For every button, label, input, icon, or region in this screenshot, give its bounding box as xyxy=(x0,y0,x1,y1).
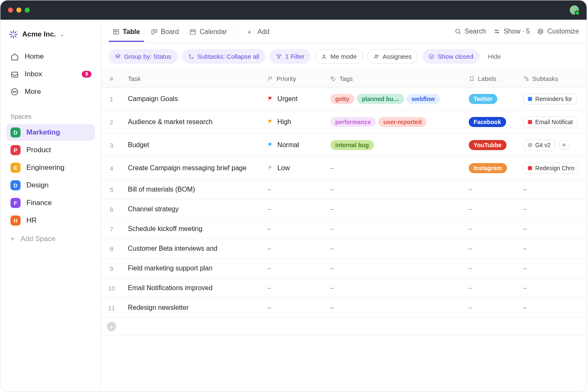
space-item-engineering[interactable]: EEngineering xyxy=(6,159,95,176)
me-mode-pill[interactable]: Me mode xyxy=(315,49,363,64)
add-subtask-button[interactable]: + xyxy=(559,140,569,150)
sliders-icon xyxy=(493,28,500,35)
close-window[interactable] xyxy=(8,8,13,13)
window-controls xyxy=(8,8,30,13)
nav-more[interactable]: More xyxy=(6,83,95,100)
space-item-hr[interactable]: HHR xyxy=(6,212,95,229)
table-row[interactable]: 7 Schedule kickoff meeting – – – – xyxy=(101,219,587,239)
add-task-button[interactable]: + xyxy=(107,322,116,331)
add-space-button[interactable]: + Add Space xyxy=(0,229,101,249)
add-view-button[interactable]: + Add xyxy=(243,21,273,42)
search-icon xyxy=(455,28,461,35)
table-row[interactable]: 8 Customer Beta interviews and – – – – xyxy=(101,239,587,259)
hide-filters-button[interactable]: Hide xyxy=(488,53,501,60)
svg-rect-12 xyxy=(114,29,119,34)
tag-chip[interactable]: internal bug xyxy=(330,140,374,150)
table-row[interactable]: 6 Channel strategy – – – – xyxy=(101,200,587,219)
board-icon xyxy=(151,29,158,35)
subtasks-pill[interactable]: Subtasks: Collapse all xyxy=(182,49,266,64)
tag-chip[interactable]: webflow xyxy=(407,94,440,104)
col-task[interactable]: Task xyxy=(122,70,262,88)
flag-icon xyxy=(268,119,273,125)
tag-chip[interactable]: user-reported xyxy=(378,117,426,127)
show-closed-pill[interactable]: Show closed xyxy=(422,49,480,64)
subtask-icon xyxy=(188,54,194,60)
assignees-pill[interactable]: Assignees xyxy=(367,49,418,64)
view-tab-table[interactable]: Table xyxy=(109,21,144,42)
space-item-marketing[interactable]: DMarketing xyxy=(6,124,95,141)
space-icon: F xyxy=(10,198,21,208)
user-avatar[interactable] xyxy=(570,5,579,15)
label-chip[interactable]: Instagram xyxy=(469,163,507,173)
maximize-window[interactable] xyxy=(25,8,30,13)
space-item-finance[interactable]: FFinance xyxy=(6,195,95,211)
group-by-pill[interactable]: Group by: Status xyxy=(109,49,178,64)
subtask-chip[interactable]: Email Notificat xyxy=(523,117,577,127)
chevron-down-icon: ⌄ xyxy=(60,31,64,37)
col-subtasks[interactable]: Subtasks xyxy=(517,70,587,88)
col-labels[interactable]: Labels xyxy=(463,70,517,88)
task-name-cell[interactable]: Customer Beta interviews and xyxy=(122,239,262,259)
row-number: 7 xyxy=(101,219,122,239)
subtask-chip[interactable]: Redesign Chro xyxy=(523,163,579,174)
label-chip[interactable]: Facebook xyxy=(469,117,506,127)
space-name: Marketing xyxy=(26,128,60,137)
task-name-cell[interactable]: Redesign newsletter xyxy=(122,298,262,318)
table-row[interactable]: 11 Redesign newsletter – – – – xyxy=(101,298,587,318)
tag-chip[interactable]: planned bu… xyxy=(357,94,404,104)
label-chip[interactable]: Twitter xyxy=(469,94,498,104)
filter-pill[interactable]: 1 Filter xyxy=(270,49,311,64)
table-row[interactable]: 9 Field marketing support plan – – – – xyxy=(101,259,587,278)
row-number: 1 xyxy=(101,88,122,111)
task-name-cell[interactable]: Campaign Goals xyxy=(122,88,262,111)
space-name: Product xyxy=(26,146,51,154)
task-name-cell[interactable]: Schedule kickoff meeting xyxy=(122,219,262,239)
table-row[interactable]: 10 Email Notifications improved – – – – xyxy=(101,278,587,298)
row-number: 11 xyxy=(101,298,122,318)
view-tab-board[interactable]: Board xyxy=(147,21,183,42)
col-priority[interactable]: Priority xyxy=(262,70,325,88)
priority-cell[interactable]: High xyxy=(268,118,319,126)
subtask-chip[interactable]: Git v2 xyxy=(523,140,556,151)
svg-rect-17 xyxy=(190,30,195,34)
table-row[interactable]: 2 Audience & market research High perfor… xyxy=(101,111,587,134)
nav-home[interactable]: Home xyxy=(6,48,95,65)
table-row[interactable]: 1 Campaign Goals Urgent gettyplanned bu…… xyxy=(101,88,587,111)
search-button[interactable]: Search xyxy=(455,28,486,35)
col-tags[interactable]: Tags xyxy=(325,70,463,88)
task-name-cell[interactable]: Email Notifications improved xyxy=(122,278,262,298)
svg-point-30 xyxy=(323,55,325,56)
label-chip[interactable]: YouTubbe xyxy=(469,140,506,150)
svg-point-25 xyxy=(496,30,497,31)
priority-cell[interactable]: Normal xyxy=(268,141,319,149)
space-item-design[interactable]: DDesign xyxy=(6,177,95,194)
workspace-switcher[interactable]: Acme Inc. ⌄ xyxy=(0,26,101,46)
table-row[interactable]: 5 Bill of materials (BOM) – – – – xyxy=(101,180,587,200)
flag-icon xyxy=(268,76,273,82)
svg-point-28 xyxy=(189,55,190,55)
table-row[interactable]: 3 Budget Normal internal bug YouTubbe Gi… xyxy=(101,134,587,157)
row-number: 8 xyxy=(101,239,122,259)
task-name-cell[interactable]: Audience & market research xyxy=(122,111,262,134)
tag-chip[interactable]: performance xyxy=(330,117,376,127)
view-tab-calendar[interactable]: Calendar xyxy=(185,21,231,42)
svg-rect-36 xyxy=(527,79,528,81)
tag-chip[interactable]: getty xyxy=(330,94,354,104)
task-name-cell[interactable]: Field marketing support plan xyxy=(122,259,262,278)
space-icon: D xyxy=(10,127,21,138)
col-number[interactable]: # xyxy=(101,70,122,88)
nav-inbox[interactable]: Inbox 9 xyxy=(6,66,95,83)
task-name-cell[interactable]: Bill of materials (BOM) xyxy=(122,180,262,200)
subtask-chip[interactable]: Reminders for xyxy=(523,93,577,104)
task-name-cell[interactable]: Budget xyxy=(122,134,262,157)
flag-icon xyxy=(268,96,273,102)
task-name-cell[interactable]: Create Campaign messaging brief page xyxy=(122,157,262,180)
space-item-product[interactable]: PProduct xyxy=(6,142,95,158)
priority-cell[interactable]: Urgent xyxy=(268,95,319,103)
table-row[interactable]: 4 Create Campaign messaging brief page L… xyxy=(101,157,587,180)
priority-cell[interactable]: Low xyxy=(268,164,319,172)
task-name-cell[interactable]: Channel strategy xyxy=(122,200,262,219)
show-columns-button[interactable]: Show · 5 xyxy=(493,28,530,35)
minimize-window[interactable] xyxy=(16,8,21,13)
customize-button[interactable]: Customize xyxy=(537,28,579,35)
